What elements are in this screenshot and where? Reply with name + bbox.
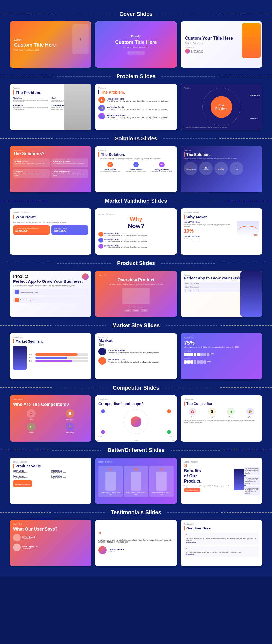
ms-3-left: 75% of enterprises in the US plan to inc… <box>184 340 259 364</box>
comp-slide-3[interactable]: Competitor The Competitor ⭕ Orion 🅰 Aven… <box>181 395 262 442</box>
cover-slides-row: Deckly Custom Title Here Pitch Deck Pres… <box>0 21 272 68</box>
comp-3-logo-1: ⭕ Orion <box>189 408 196 418</box>
comp-3-logo-3: 🔰 Armor <box>227 408 235 418</box>
mv-3-text: Insert Title Here Two driver points help… <box>184 221 235 240</box>
ms-1-bars: 25% 20% 25% <box>29 353 88 362</box>
bd-2-item-2: 02 Insert Value of your product here <box>124 466 148 497</box>
ms-3-market1: Market #1 60% <box>184 350 259 356</box>
bd-slide-2[interactable]: Better / Different 01 Insert Value of yo… <box>95 458 177 504</box>
test-3-quotes: " You solved applications, it's user fri… <box>184 532 259 557</box>
prob-1-item-3: Resource We make all of creative work fo… <box>13 104 50 110</box>
ms-2-icon-2 <box>98 357 106 365</box>
page-wrapper: Cover Slides Deckly Custom Title Here Pi… <box>0 0 272 577</box>
mv-section: Market Validation Slides Market Validati… <box>0 197 272 255</box>
competitor-title-text: Competitor Slides <box>110 384 162 392</box>
cover-slide-3[interactable]: Custom Your Title Here Subtitle Goes Her… <box>181 21 262 68</box>
problem-slide-2[interactable]: Problem The Problem. ⏰ Take a lot of tim… <box>95 84 177 130</box>
prob-2-items: ⏰ Take a lot of timeTwo driver points he… <box>98 97 174 119</box>
test-2-quote-mark: " <box>98 532 174 538</box>
bd-slide-1[interactable]: Better / Different Product Value Insert … <box>10 458 91 504</box>
sol-slide-1[interactable]: Competitor The Solutions? Manage Cost We… <box>10 146 91 192</box>
comp-2-title: Competitive Landscape? <box>98 402 174 406</box>
bd-divider-left <box>52 450 101 451</box>
cover-3-phone <box>242 23 261 58</box>
problem-slide-3[interactable]: Problem TheProblem Management Resource T… <box>181 84 262 130</box>
comp-slide-1[interactable]: Competitor Who Are The Competitors? ⭕ Or… <box>10 395 91 442</box>
ms-slide-3[interactable]: Market Size 75% of enterprises in the US… <box>181 333 262 379</box>
bd-2-phone-1 <box>105 472 116 491</box>
bd-2-item-3: 03 Insert Value of your product here <box>149 466 174 497</box>
prod-1-content: Product Perfect App to Grow Your Busines… <box>10 271 91 317</box>
bd-2-tag: Better / Different <box>98 461 174 463</box>
test-slide-1[interactable]: Competitor What Our User Says? Ryhan Gha… <box>10 520 91 566</box>
test-slide-2[interactable]: " I just wanted to share a quick note an… <box>95 520 177 566</box>
cover-title-text: Cover Slides <box>117 10 155 18</box>
prod-2-stat-2: SAM <box>132 309 139 312</box>
bd-slide-3[interactable]: Better / Different 01 Benefitsof OurProd… <box>181 458 262 504</box>
testimonials-slides-row: Competitor What Our User Says? Ryhan Gha… <box>0 520 272 566</box>
test-2-author-role: Customer <box>108 551 124 552</box>
comp-2-chart <box>98 408 174 435</box>
sol-2-subtitle: Two driver points help for my quick Star… <box>98 158 174 160</box>
cover-slide-1[interactable]: Deckly Custom Title Here Pitch Deck Pres… <box>10 21 91 68</box>
mv-title-text: Market Validation Slides <box>102 197 170 205</box>
sol-slide-2[interactable]: Problem The Solution. Two driver points … <box>95 146 177 192</box>
bd-2-content: Better / Different 01 Insert Value of yo… <box>95 458 177 504</box>
prod-slide-1[interactable]: Product Perfect App to Grow Your Busines… <box>10 271 91 317</box>
test-slide-3[interactable]: Testimonials Our User Says " You solved … <box>181 520 262 566</box>
prod-1-icon-1 <box>15 290 19 294</box>
prob-2-tag: Problem <box>98 87 174 89</box>
bd-section: Better/Different Slides Better / Differe… <box>0 446 272 504</box>
cover-1-phone: 📱 <box>72 24 89 54</box>
mv-slide-3[interactable]: Market Validations Why Now? Insert Title… <box>181 208 262 255</box>
product-slides-row: Product Perfect App to Grow Your Busines… <box>0 271 272 317</box>
comp-3-desc: Two driver points help for my quick Star… <box>184 420 259 423</box>
cover-slide-3-content: Custom Your Title Here Subtitle Goes Her… <box>181 21 262 68</box>
cover-2-brand: Deckly <box>131 35 141 38</box>
prod-slide-3[interactable]: Product Perfect App to Grow Your Busines… <box>181 271 262 317</box>
ms-1-bar-3: 25% <box>29 360 88 362</box>
ms-divider-right <box>166 325 217 326</box>
test-3-quote-1: " You solved applications, it's user fri… <box>184 532 259 545</box>
ms-slide-2[interactable]: Market Size MarketSize Insert Title Here… <box>95 333 177 379</box>
ms-1-title: Market Segment <box>13 339 88 343</box>
test-2-avatar <box>98 546 107 554</box>
comp-3-title: The Competitor <box>184 402 259 406</box>
sol-1-grid: Manage Cost We make all of creative work… <box>13 158 88 178</box>
test-3-tag: Testimonials <box>184 523 259 525</box>
bd-1-item-2: Insert Value of your product here <box>51 470 88 473</box>
prod-2-trusted: Trusted by company <box>129 306 143 308</box>
cover-section: Cover Slides Deckly Custom Title Here Pi… <box>0 10 272 68</box>
mv-slide-1[interactable]: Market Validations Why Now? Two driver p… <box>10 208 91 255</box>
mv-2-items: Insert Your TitleTwo driver points help … <box>98 232 174 250</box>
bd-title-text: Better/Different Slides <box>105 446 167 454</box>
test-1-content: Competitor What Our User Says? Ryhan Gha… <box>10 520 91 566</box>
ms-slides-row: Market Size Market Segment 25% 20% <box>0 333 272 379</box>
sol-3-content: Solution The Solution. Two driver points… <box>181 146 262 192</box>
mv-slides-row: Market Validations Why Now? Two driver p… <box>0 208 272 255</box>
prod-2-title: Overview Product <box>118 278 154 282</box>
bd-2-item-1: 01 Insert Value of your product here <box>98 466 123 497</box>
prod-slide-2[interactable]: Product Overview Product We make all of … <box>95 271 177 317</box>
cover-2-insert: Insert Your Screen <box>127 51 145 55</box>
bd-3-content: Better / Different 01 Benefitsof OurProd… <box>181 458 262 504</box>
sol-slide-3[interactable]: Solution The Solution. Two driver points… <box>181 146 262 192</box>
ms-1-bar-2: 20% <box>29 357 88 359</box>
problem-slide-1[interactable]: Problem The Problem. Timeline We make al… <box>10 84 91 130</box>
mv-1-box-2: Total Initial Capital $880,000 <box>51 225 88 235</box>
ms-3-desc: of enterprises in the US plan to increas… <box>184 346 259 348</box>
mv-3-insert-title: Insert Title Here <box>184 221 235 223</box>
mv-3-content: Market Validations Why Now? Insert Title… <box>181 208 262 255</box>
sol-3-item-3: 🔒Security <box>214 162 228 175</box>
solutions-divider-left <box>56 138 109 139</box>
comp-1-logo-1: ⭕ Orion <box>13 409 50 420</box>
mv-2-item-1: Insert Your TitleTwo driver points help … <box>98 232 174 237</box>
ms-slide-1[interactable]: Market Size Market Segment 25% 20% <box>10 333 91 379</box>
mv-slide-2[interactable]: Market Validations WhyNow? Insert Your T… <box>95 208 177 255</box>
cover-slide-2[interactable]: Deckly Custom Title Here Pitch Deck Pres… <box>95 21 177 68</box>
ms-1-phone <box>13 346 27 370</box>
prod-2-stat-3: SOM <box>141 309 148 312</box>
comp-slide-2[interactable]: Competitor Competitive Landscape? Type 3… <box>95 395 177 442</box>
cover-divider-left <box>59 14 113 14</box>
prob-2-content: Problem The Problem. ⏰ Take a lot of tim… <box>95 84 177 130</box>
